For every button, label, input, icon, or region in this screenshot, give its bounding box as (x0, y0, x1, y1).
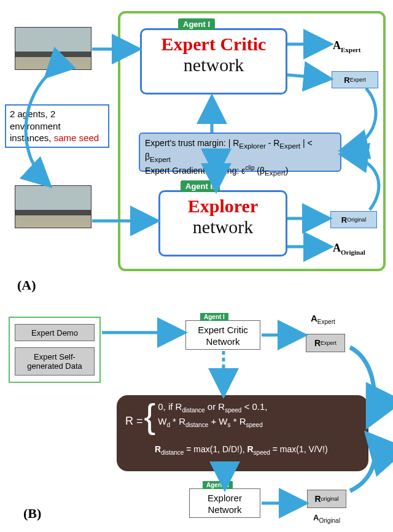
env-caption: 2 agents, 2 environment instances, same … (5, 104, 109, 148)
net2-title: Explorer (160, 196, 286, 217)
env-screenshot-top (15, 27, 91, 70)
a-original-label: AOriginal (333, 242, 365, 256)
agent-1-tag: Agent I (178, 18, 215, 30)
trust-margin-box: Expert's trust margin: | RExplorer - REx… (139, 133, 341, 172)
b-r-expert-box: RExpert (306, 334, 345, 352)
explorer-network: Explorer network (158, 190, 287, 256)
b-a-expert-label: AExpert (311, 313, 335, 325)
b-agent-1-tag: Agent I (200, 313, 228, 321)
b-explorer-network: Explorer Network (189, 488, 260, 518)
expert-self-gen-box: Expert Self-generated Data (15, 347, 95, 376)
b-a-original-label: AOriginal (313, 513, 340, 524)
env-caption-seed: same seed (54, 133, 99, 143)
b-agent-2-tag: Agent II (203, 481, 233, 489)
net2-sub: network (160, 217, 286, 237)
expert-critic-network: Expert Critic network (140, 28, 287, 94)
panel-b-label: (B) (23, 506, 41, 522)
panel-a-label: (A) (17, 277, 36, 293)
env-caption-line1: 2 agents, 2 environment (10, 109, 61, 131)
env-screenshot-bottom (15, 185, 91, 228)
net1-sub: network (142, 55, 286, 75)
a-expert-label: AExpert (333, 39, 360, 53)
r-original-box: ROriginal (330, 211, 377, 228)
net1-title: Expert Critic (142, 34, 286, 55)
reward-formula: R = { 0, if Rdistance or Rspeed < 0.1, W… (117, 395, 368, 471)
env-caption-line2a: instances, (10, 133, 54, 143)
b-expert-critic-network: Expert Critic Network (185, 320, 260, 350)
agent-2-tag: Agent II (181, 180, 220, 192)
expert-demo-box: Expert Demo (15, 324, 95, 341)
b-r-original-box: Roriginal (307, 490, 346, 508)
r-expert-box: RExpert (332, 71, 378, 88)
